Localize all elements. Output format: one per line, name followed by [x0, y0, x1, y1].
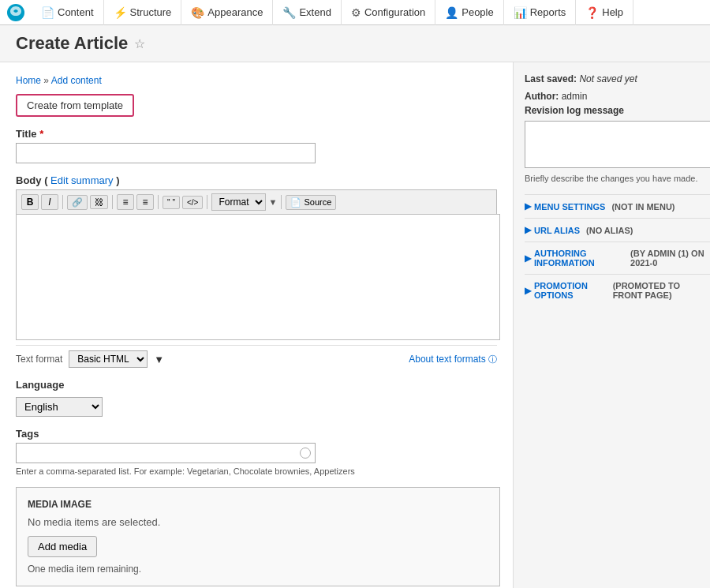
media-image-title: MEDIA IMAGE [28, 499, 488, 510]
nav-people-label: People [462, 6, 493, 18]
help-icon: ❓ [585, 6, 599, 19]
nav-structure-label: Structure [130, 6, 172, 18]
language-select[interactable]: English [16, 397, 103, 417]
menu-settings-section: ▶ MENU SETTINGS (Not in menu) [525, 194, 710, 218]
breadcrumb: Home » Add content [16, 75, 497, 86]
toolbar-separator-4 [207, 195, 207, 209]
text-format-row: Text format Basic HTML ▼ About text form… [16, 345, 497, 368]
nav-people[interactable]: 👤 People [435, 0, 503, 25]
nav-content-label: Content [58, 6, 94, 18]
media-no-items-text: No media items are selected. [28, 516, 488, 528]
language-section: Language English [16, 379, 497, 417]
promotion-label: PROMOTION OPTIONS [534, 281, 607, 300]
nav-reports[interactable]: 📊 Reports [504, 0, 577, 25]
page-title: Create Article [16, 33, 128, 54]
nav-help[interactable]: ❓ Help [576, 0, 633, 25]
language-label: Language [16, 379, 497, 391]
last-saved-value: Not saved yet [579, 73, 637, 84]
source-icon: 📄 [290, 197, 301, 207]
add-media-button[interactable]: Add media [28, 536, 97, 557]
reports-icon: 📊 [514, 6, 527, 19]
page-title-bar: Create Article ☆ [0, 25, 710, 62]
tags-label: Tags [16, 428, 497, 440]
chevron-right-promotion-icon: ▶ [525, 286, 531, 296]
title-field-section: Title * [16, 128, 497, 163]
chevron-right-authoring-icon: ▶ [525, 253, 531, 264]
unlink-button[interactable]: ⛓ [90, 195, 108, 209]
sidebar: Last saved: Not saved yet Author: admin … [513, 62, 710, 588]
top-navigation: 📄 Content ⚡ Structure 🎨 Appearance 🔧 Ext… [0, 0, 710, 25]
nav-appearance-label: Appearance [207, 6, 263, 18]
nav-items: 📄 Content ⚡ Structure 🎨 Appearance 🔧 Ext… [32, 0, 633, 25]
toolbar-separator-5 [281, 195, 282, 209]
tags-section: Tags Enter a comma-separated list. For e… [16, 428, 497, 476]
revision-log-textarea[interactable] [525, 121, 710, 168]
link-button[interactable]: 🔗 [67, 195, 88, 210]
source-button[interactable]: 📄 Source [286, 195, 336, 210]
breadcrumb-add-content[interactable]: Add content [51, 75, 102, 86]
authoring-toggle[interactable]: ▶ AUTHORING INFORMATION (By admin (1) on… [525, 249, 710, 268]
nav-structure[interactable]: ⚡ Structure [104, 0, 182, 25]
authoring-note: (By admin (1) on 2021-0 [630, 249, 710, 268]
media-remaining-text: One media item remaining. [28, 564, 488, 575]
editor-toolbar: B I 🔗 ⛓ ≡ ≡ " " </> Format ▼ 📄 S [16, 189, 497, 214]
tags-help-text: Enter a comma-separated list. For exampl… [16, 466, 497, 476]
url-alias-section: ▶ URL ALIAS (No alias) [525, 218, 710, 242]
toolbar-separator-3 [158, 195, 159, 209]
body-field-section: Body ( Edit summary ) B I 🔗 ⛓ ≡ ≡ " " </… [16, 174, 497, 368]
url-alias-label: URL ALIAS [534, 226, 580, 235]
structure-icon: ⚡ [114, 6, 127, 19]
code-button[interactable]: </> [182, 196, 203, 209]
body-editor-area[interactable] [16, 214, 500, 340]
bold-button[interactable]: B [21, 194, 39, 210]
required-indicator: * [39, 128, 43, 140]
nav-extend[interactable]: 🔧 Extend [273, 0, 341, 25]
italic-button[interactable]: I [41, 194, 58, 210]
media-image-section: MEDIA IMAGE No media items are selected.… [16, 487, 500, 586]
nav-appearance[interactable]: 🎨 Appearance [181, 0, 273, 25]
tags-autocomplete-icon [300, 448, 311, 459]
drupal-logo[interactable] [6, 3, 25, 22]
chevron-right-url-icon: ▶ [525, 225, 531, 235]
authoring-label: AUTHORING INFORMATION [534, 249, 624, 268]
edit-summary-link[interactable]: Edit summary [50, 174, 113, 186]
promotion-note: (Promoted to front page) [613, 281, 710, 300]
last-saved-label: Last saved: [525, 73, 577, 84]
main-content: Home » Add content Create from template … [0, 62, 513, 588]
text-format-select[interactable]: Basic HTML [69, 350, 148, 368]
nav-reports-label: Reports [530, 6, 566, 18]
extend-icon: 🔧 [282, 6, 296, 19]
revision-log-label: Revision log message [525, 105, 710, 116]
menu-settings-note: (Not in menu) [611, 202, 674, 212]
format-select[interactable]: Format [211, 193, 266, 211]
tags-input[interactable] [16, 443, 316, 463]
author-label: Author: [525, 91, 559, 102]
url-alias-toggle[interactable]: ▶ URL ALIAS (No alias) [525, 225, 710, 235]
breadcrumb-home[interactable]: Home [16, 75, 41, 86]
nav-configuration[interactable]: ⚙ Configuration [342, 0, 435, 25]
blockquote-button[interactable]: " " [163, 196, 180, 209]
favorite-star-icon[interactable]: ☆ [134, 36, 145, 51]
promotion-section: ▶ PROMOTION OPTIONS (Promoted to front p… [525, 274, 710, 306]
url-alias-note: (No alias) [586, 226, 633, 235]
appearance-icon: 🎨 [191, 6, 204, 19]
author-section: Author: admin [525, 91, 710, 102]
title-input[interactable] [16, 143, 316, 163]
about-text-formats-link[interactable]: About text formats ⓘ [409, 354, 497, 365]
title-label-text: Title [16, 128, 37, 140]
nav-extend-label: Extend [299, 6, 331, 18]
bullet-list-button[interactable]: ≡ [117, 194, 134, 210]
last-saved-section: Last saved: Not saved yet [525, 73, 710, 84]
authoring-section: ▶ AUTHORING INFORMATION (By admin (1) on… [525, 242, 710, 274]
numbered-list-button[interactable]: ≡ [136, 194, 154, 210]
create-from-template-button[interactable]: Create from template [16, 94, 134, 117]
nav-configuration-label: Configuration [364, 6, 425, 18]
promotion-toggle[interactable]: ▶ PROMOTION OPTIONS (Promoted to front p… [525, 281, 710, 300]
body-label-text: Body [16, 174, 42, 186]
menu-settings-label: MENU SETTINGS [534, 202, 605, 212]
content-icon: 📄 [41, 6, 54, 19]
people-icon: 👤 [445, 6, 458, 19]
menu-settings-toggle[interactable]: ▶ MENU SETTINGS (Not in menu) [525, 201, 710, 212]
nav-content[interactable]: 📄 Content [32, 0, 104, 25]
tags-input-wrapper [16, 443, 316, 463]
